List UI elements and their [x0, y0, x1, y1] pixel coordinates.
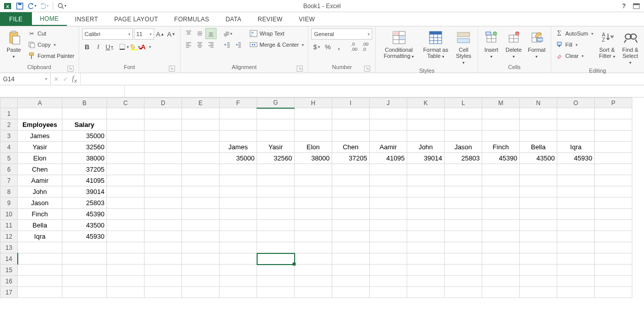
cell[interactable]	[520, 231, 557, 242]
cell[interactable]	[107, 265, 145, 276]
cell[interactable]	[482, 175, 520, 186]
cell[interactable]	[520, 198, 557, 209]
cell[interactable]	[557, 231, 595, 242]
font-name-combo[interactable]: Calibri▾	[82, 28, 133, 40]
cell[interactable]	[482, 276, 520, 287]
cell[interactable]	[595, 153, 632, 164]
cell[interactable]	[18, 276, 62, 287]
cell[interactable]	[370, 186, 407, 198]
cell[interactable]	[595, 242, 632, 253]
cell[interactable]	[370, 131, 407, 142]
alignment-launcher[interactable]: ↘	[297, 66, 303, 72]
cell[interactable]	[107, 175, 145, 186]
cell[interactable]	[182, 142, 220, 153]
row-header[interactable]: 14	[1, 253, 18, 265]
font-color-button[interactable]: A▾	[141, 42, 151, 52]
increase-font-size-button[interactable]: A▲	[155, 29, 165, 39]
cell[interactable]	[520, 175, 557, 186]
cell[interactable]	[295, 287, 332, 298]
cell[interactable]	[220, 164, 257, 175]
tab-page-layout[interactable]: PAGE LAYOUT	[106, 12, 166, 26]
cell[interactable]	[370, 198, 407, 209]
cell[interactable]	[332, 253, 370, 265]
cell[interactable]	[445, 198, 482, 209]
wrap-text-button[interactable]: abcWrap Text	[248, 28, 305, 39]
cancel-formula-icon[interactable]: ✕	[54, 76, 59, 83]
align-bottom-button[interactable]	[206, 28, 216, 39]
cell[interactable]	[257, 276, 295, 287]
cell[interactable]	[257, 119, 295, 131]
cell[interactable]	[445, 253, 482, 265]
row-header[interactable]: 15	[1, 265, 18, 276]
cell[interactable]	[595, 231, 632, 242]
autosum-button[interactable]: ΣAutoSum ▾	[554, 28, 594, 39]
cell[interactable]	[407, 242, 445, 253]
cell[interactable]	[145, 108, 182, 119]
cell[interactable]	[370, 231, 407, 242]
cell[interactable]	[595, 253, 632, 265]
cell[interactable]	[332, 108, 370, 119]
cell[interactable]	[182, 220, 220, 231]
cell[interactable]	[482, 209, 520, 220]
cell[interactable]	[520, 108, 557, 119]
clear-button[interactable]: Clear▾	[554, 51, 594, 61]
cell[interactable]	[145, 242, 182, 253]
delete-cells-button[interactable]: × Delete▾	[504, 28, 524, 61]
cell[interactable]: 45390	[482, 153, 520, 164]
format-cells-button[interactable]: Format▾	[526, 28, 548, 61]
cell[interactable]	[107, 276, 145, 287]
row-header[interactable]: 3	[1, 131, 18, 142]
cell[interactable]	[482, 198, 520, 209]
cell[interactable]	[295, 242, 332, 253]
cell[interactable]: 38000	[295, 153, 332, 164]
tab-file[interactable]: FILE	[0, 12, 32, 26]
comma-format-button[interactable]: ,	[334, 42, 344, 52]
insert-function-icon[interactable]: fx	[72, 75, 77, 84]
cell[interactable]: Yasir	[257, 142, 295, 153]
cell[interactable]	[445, 209, 482, 220]
cell[interactable]	[595, 186, 632, 198]
cell[interactable]: Finch	[18, 209, 62, 220]
tab-review[interactable]: REVIEW	[249, 12, 291, 26]
cell[interactable]	[295, 253, 332, 265]
cell[interactable]: 39014	[407, 153, 445, 164]
cell[interactable]	[220, 186, 257, 198]
print-preview-icon[interactable]: ▾	[57, 2, 66, 11]
cell-styles-button[interactable]: Cell Styles ▾	[453, 28, 475, 67]
cell[interactable]	[145, 153, 182, 164]
cell[interactable]	[295, 131, 332, 142]
cell[interactable]	[62, 265, 107, 276]
cell[interactable]	[295, 108, 332, 119]
cell[interactable]	[257, 198, 295, 209]
cell[interactable]	[107, 253, 145, 265]
cell[interactable]	[182, 209, 220, 220]
cell[interactable]	[407, 231, 445, 242]
cell[interactable]	[482, 119, 520, 131]
fill-color-button[interactable]: ▾	[130, 42, 140, 52]
column-header[interactable]: D	[145, 98, 182, 108]
font-launcher[interactable]: ↘	[169, 66, 175, 72]
cell[interactable]	[370, 253, 407, 265]
cell[interactable]	[145, 220, 182, 231]
cell[interactable]	[332, 287, 370, 298]
cell[interactable]	[595, 220, 632, 231]
cell[interactable]	[557, 209, 595, 220]
cell[interactable]	[520, 253, 557, 265]
cell[interactable]	[370, 119, 407, 131]
column-header[interactable]: N	[520, 98, 557, 108]
cell[interactable]: 37205	[332, 153, 370, 164]
cell[interactable]	[557, 108, 595, 119]
cell[interactable]	[482, 108, 520, 119]
row-header[interactable]: 7	[1, 175, 18, 186]
cell[interactable]	[257, 253, 295, 265]
cell[interactable]	[18, 108, 62, 119]
cell[interactable]: Iqra	[557, 142, 595, 153]
cell[interactable]	[62, 242, 107, 253]
cell[interactable]	[557, 253, 595, 265]
cell[interactable]	[182, 198, 220, 209]
cell[interactable]	[295, 164, 332, 175]
cell[interactable]	[520, 186, 557, 198]
row-header[interactable]: 10	[1, 209, 18, 220]
cell[interactable]	[145, 175, 182, 186]
column-header[interactable]: M	[482, 98, 520, 108]
